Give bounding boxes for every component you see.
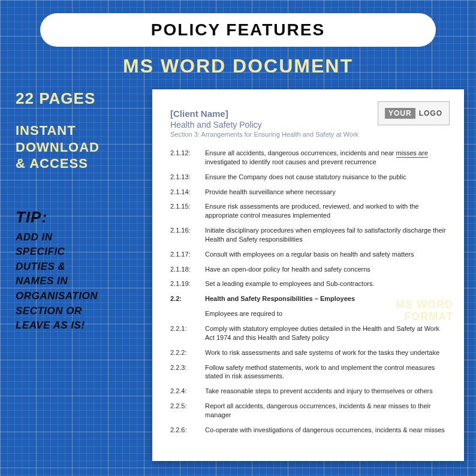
item-number: 2.1.12:	[170, 149, 197, 167]
item-number: 2.2.2:	[170, 348, 197, 357]
sec2-intro: Employees are required to	[205, 309, 446, 318]
policy-item: 2.1.18:Have an open-door policy for heal…	[170, 265, 446, 274]
policy-item: 2.1.19:Set a leading example to employee…	[170, 279, 446, 288]
item-text: Initiate disciplinary procedures when em…	[205, 226, 446, 244]
item-number: 2.2.6:	[170, 426, 197, 435]
policy-item: 2.2.1:Comply with statutory employee dut…	[170, 324, 446, 342]
item-text: Ensure all accidents, dangerous occurren…	[205, 149, 446, 167]
doc-section: Section 3: Arrangements for Ensuring Hea…	[170, 131, 446, 138]
tip-heading: TIP:	[16, 208, 141, 227]
sidebar: 22 PAGES INSTANT DOWNLOAD & ACCESS TIP: …	[16, 89, 141, 461]
item-number: 2.2.5:	[170, 402, 197, 420]
item-number: 2.2.3:	[170, 363, 197, 381]
policy-item: 2.1.15:Ensure risk assessments are produ…	[170, 202, 446, 220]
item-text: Work to risk assessments and safe system…	[205, 348, 446, 357]
item-number: 2.2.1:	[170, 324, 197, 342]
item-list-2: 2.2.1:Comply with statutory employee dut…	[170, 324, 446, 435]
item-number: 2.1.18:	[170, 265, 197, 274]
item-number: 2.1.17:	[170, 250, 197, 259]
item-number: 2.1.14:	[170, 188, 197, 197]
item-text: Ensure risk assessments are produced, re…	[205, 202, 446, 220]
logo-your: YOUR	[385, 108, 415, 119]
section-2-header: 2.2: Health and Safety Responsibilities …	[170, 294, 446, 318]
item-text: Take reasonable steps to prevent acciden…	[205, 387, 446, 396]
item-text: Comply with statutory employee duties de…	[205, 324, 446, 342]
page-count: 22 PAGES	[16, 89, 141, 108]
item-text: Report all accidents, dangerous occurren…	[205, 402, 446, 420]
logo-placeholder: YOUR LOGO	[378, 101, 450, 125]
item-text: Have an open-door policy for health and …	[205, 265, 446, 274]
policy-item: 2.2.5:Report all accidents, dangerous oc…	[170, 402, 446, 420]
sec2-title: Health and Safety Responsibilities – Emp…	[205, 294, 446, 303]
policy-item: 2.1.12:Ensure all accidents, dangerous o…	[170, 149, 446, 167]
item-number: 2.1.16:	[170, 226, 197, 244]
instant-access: INSTANT DOWNLOAD & ACCESS	[16, 122, 141, 172]
item-text: Set a leading example to employees and S…	[205, 279, 446, 288]
item-number: 2.1.15:	[170, 202, 197, 220]
item-text: Ensure the Company does not cause statut…	[205, 173, 446, 182]
item-text: Provide health surveillance where necess…	[205, 188, 446, 197]
policy-item: 2.1.14:Provide health surveillance where…	[170, 188, 446, 197]
item-list-1: 2.1.12:Ensure all accidents, dangerous o…	[170, 149, 446, 288]
item-number: 2.1.19:	[170, 279, 197, 288]
policy-item: 2.2.4:Take reasonable steps to prevent a…	[170, 387, 446, 396]
policy-item: 2.1.13:Ensure the Company does not cause…	[170, 173, 446, 182]
policy-item: 2.2.3:Follow safety method statements, w…	[170, 363, 446, 381]
logo-logo: LOGO	[419, 109, 442, 118]
policy-item: 2.2.6:Co-operate with investigations of …	[170, 426, 446, 435]
subtitle: MS WORD DOCUMENT	[16, 55, 460, 77]
pill-text: POLICY FEATURES	[151, 20, 325, 39]
feature-pill: POLICY FEATURES	[40, 13, 436, 47]
item-text: Consult with employees on a regular basi…	[205, 250, 446, 259]
spellcheck-underline: misses are	[396, 149, 428, 158]
document-page: YOUR LOGO [Client Name] Health and Safet…	[152, 89, 464, 461]
promo-canvas: POLICY FEATURES MS WORD DOCUMENT 22 PAGE…	[0, 0, 476, 476]
item-text: Co-operate with investigations of danger…	[205, 426, 446, 435]
item-number: 2.1.13:	[170, 173, 197, 182]
document-wrap: YOUR LOGO [Client Name] Health and Safet…	[152, 89, 464, 461]
item-number: 2.2.4:	[170, 387, 197, 396]
policy-item: 2.2.2:Work to risk assessments and safe …	[170, 348, 446, 357]
tip-body: ADD IN SPECIFIC DUTIES & NAMES IN ORGANI…	[16, 230, 141, 333]
sec2-num: 2.2:	[170, 294, 197, 303]
policy-item: 2.1.17:Consult with employees on a regul…	[170, 250, 446, 259]
columns: 22 PAGES INSTANT DOWNLOAD & ACCESS TIP: …	[16, 89, 460, 461]
item-text: Follow safety method statements, work to…	[205, 363, 446, 381]
policy-item: 2.1.16:Initiate disciplinary procedures …	[170, 226, 446, 244]
